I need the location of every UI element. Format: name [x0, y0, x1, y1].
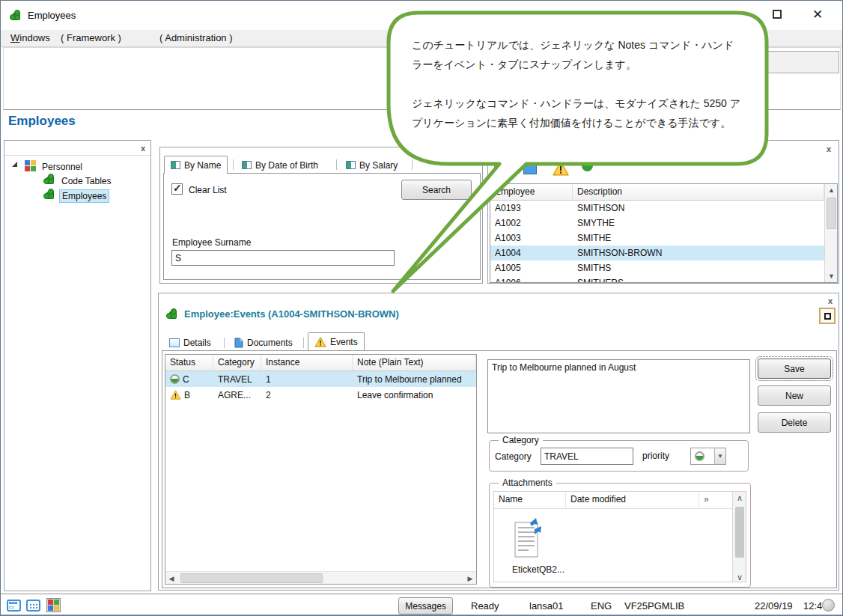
navigation-panel: x Personnel Code Tables Employees [4, 140, 151, 591]
navigation-close-icon[interactable]: x [141, 144, 145, 152]
employee-row[interactable]: A1006SMITHERS [490, 275, 824, 283]
scroll-left-icon[interactable]: ◀ [165, 572, 177, 585]
tree-expand-icon[interactable] [12, 162, 17, 167]
attachment-item[interactable]: EticketQB2... [512, 516, 572, 575]
menu-administration[interactable]: ( Administration ) [159, 32, 233, 46]
tab-by-date-of-birth[interactable]: By Date of Birth [236, 157, 324, 173]
attachments-group: Attachments Name Date modified » [489, 483, 751, 588]
scroll-down-icon[interactable]: ▼ [825, 270, 838, 282]
window-title: Employees [28, 10, 76, 21]
event-row[interactable]: B AGRE... 2 Leave confirmation [165, 387, 476, 403]
employees-puzzle-icon [46, 192, 54, 199]
priority-circle-icon [695, 451, 704, 461]
restore-icon [824, 313, 831, 320]
category-input[interactable] [541, 448, 633, 465]
events-table-hscrollbar[interactable]: ◀ ▶ [165, 571, 476, 584]
col-instance[interactable]: Instance [261, 355, 353, 370]
tree-item-employees[interactable]: Employees [4, 188, 150, 204]
checkmark-icon: ✓ [173, 182, 182, 194]
employee-row[interactable]: A1005SMITHS [490, 260, 824, 275]
status-language: ENG [591, 600, 612, 612]
maximize-button[interactable] [764, 4, 790, 24]
search-button[interactable]: Search [401, 180, 472, 200]
scroll-thumb[interactable] [827, 198, 836, 229]
col-status[interactable]: Status [165, 355, 213, 370]
events-panel: x Employee:Events (A1004-SMITHSON-BROWN)… [158, 293, 839, 591]
by-dob-tab-icon [242, 161, 252, 169]
col-employee[interactable]: Employee [490, 184, 573, 200]
maximize-icon [773, 10, 782, 19]
divider [4, 155, 150, 156]
minimize-button[interactable] [719, 4, 745, 24]
status-circle-toolbar-icon[interactable] [582, 160, 593, 171]
category-group: Category Category priority ▼ [489, 440, 749, 472]
events-tab-warning-icon [314, 337, 326, 347]
employee-row[interactable]: A0193SMITHSON [490, 201, 824, 216]
tab-documents[interactable]: Documents [228, 335, 299, 350]
scroll-down-icon[interactable]: ∨ [733, 571, 746, 582]
minimize-icon [728, 13, 737, 15]
scroll-up-icon[interactable]: ∧ [733, 492, 746, 504]
new-button[interactable]: New [758, 385, 831, 406]
document-file-icon [512, 516, 544, 561]
employee-row[interactable]: A1002SMYTHE [490, 216, 824, 231]
priority-dropdown[interactable]: ▼ [690, 448, 726, 465]
status-user: lansa01 [529, 600, 564, 612]
status-bar: Messages Ready lansa01 ENG VF25PGMLIB 22… [1, 594, 842, 616]
tab-separator [224, 338, 225, 348]
menu-windows[interactable]: Windows [10, 32, 50, 46]
dropdown-arrow-icon: ▼ [714, 448, 725, 464]
close-icon: ✕ [812, 7, 823, 22]
employee-list-close-icon[interactable]: x [827, 145, 831, 153]
events-header-puzzle-icon [169, 311, 177, 319]
event-row-selected[interactable]: C TRAVEL 1 Trip to Melbourne planned [165, 371, 476, 387]
personnel-icon [25, 160, 36, 171]
employee-row[interactable]: A1003SMITHE [490, 231, 824, 246]
scroll-right-icon[interactable]: ▶ [464, 572, 476, 585]
window-layout-icon[interactable] [7, 600, 21, 612]
col-description[interactable]: Description [573, 184, 824, 200]
employee-row-selected[interactable]: A1004SMITHSON-BROWN [490, 246, 824, 260]
surname-label: Employee Surname [172, 237, 251, 248]
attachment-file-name: EticketQB2... [512, 564, 572, 575]
status-library: VF25PGMLIB [624, 600, 684, 612]
tab-separator [412, 159, 413, 170]
messages-button[interactable]: Messages [398, 597, 453, 615]
scroll-thumb[interactable] [180, 573, 323, 583]
col-date-modified[interactable]: Date modified [566, 492, 699, 508]
col-category[interactable]: Category [213, 355, 261, 370]
attachments-scrollbar[interactable]: ∧ ∨ [732, 492, 746, 582]
status-date: 22/09/19 [755, 600, 793, 612]
priority-label: priority [642, 451, 669, 461]
events-panel-title: Employee:Events (A1004-SMITHSON-BROWN) [184, 308, 399, 320]
documents-toolbar-icon[interactable] [523, 161, 537, 174]
clear-list-label: Clear List [189, 185, 227, 195]
close-button[interactable]: ✕ [805, 4, 830, 24]
menu-framework[interactable]: ( Framework ) [61, 32, 121, 46]
column-overflow-chevron[interactable]: » [699, 492, 732, 508]
events-warning-toolbar-icon[interactable] [552, 161, 570, 179]
surname-input[interactable] [171, 250, 395, 266]
col-note[interactable]: Note (Plain Text) [353, 355, 476, 370]
delete-button[interactable]: Delete [758, 412, 831, 433]
panel-restore-button[interactable] [819, 308, 836, 324]
tab-events[interactable]: Events [308, 332, 365, 350]
search-panel: By Name By Date of Birth By Salary ✓ Cle… [159, 147, 483, 284]
scroll-up-icon[interactable]: ▲ [825, 184, 838, 196]
warning-icon [170, 390, 181, 400]
tab-by-name[interactable]: By Name [164, 156, 228, 174]
save-button[interactable]: Save [758, 359, 831, 379]
details-toolbar-icon[interactable] [494, 161, 508, 174]
tab-by-salary[interactable]: By Salary [340, 157, 404, 173]
events-panel-close-icon[interactable]: x [828, 297, 833, 305]
window-grid-icon[interactable] [26, 600, 40, 612]
documents-tab-icon [234, 338, 243, 348]
tree-item-code-tables[interactable]: Code Tables [4, 173, 150, 189]
tab-details[interactable]: Details [163, 335, 217, 350]
clear-list-checkbox[interactable]: ✓ [171, 183, 183, 195]
color-grid-icon[interactable] [46, 598, 61, 612]
scroll-thumb[interactable] [735, 507, 744, 558]
employee-list-scrollbar[interactable]: ▲ ▼ [824, 184, 837, 282]
col-name[interactable]: Name [494, 492, 566, 508]
note-textarea[interactable]: Trip to Melbourne planned in August [487, 359, 750, 433]
